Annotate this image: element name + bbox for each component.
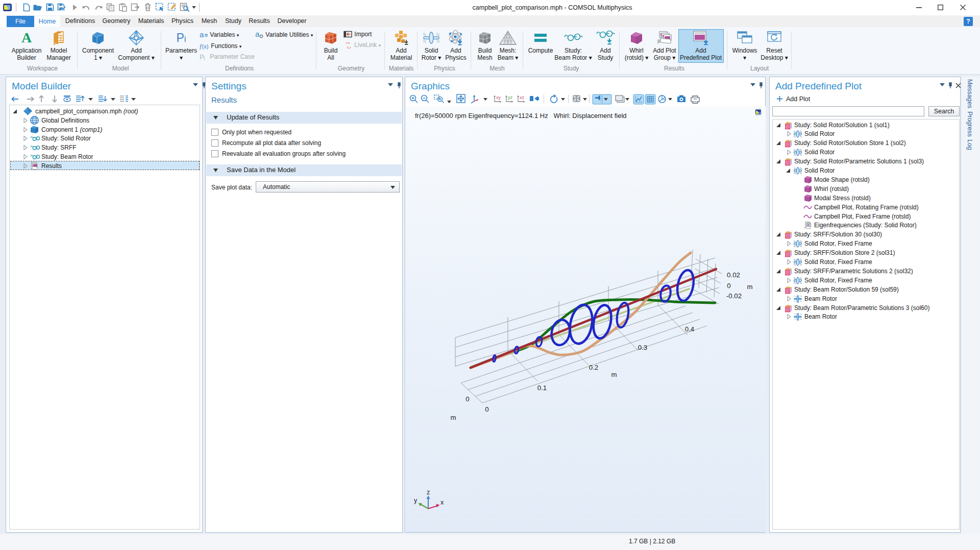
svg-text:a: a bbox=[255, 31, 260, 38]
svg-text:yz: yz bbox=[508, 95, 513, 100]
svg-text:-0.02: -0.02 bbox=[726, 292, 742, 300]
svg-text:0.02: 0.02 bbox=[727, 271, 740, 279]
svg-text:0: 0 bbox=[465, 395, 469, 403]
svg-text:0.3: 0.3 bbox=[638, 344, 648, 351]
svg-text:(x): (x) bbox=[202, 43, 209, 50]
svg-text:m: m bbox=[611, 371, 617, 378]
svg-text:0.2: 0.2 bbox=[589, 364, 599, 371]
svg-text:y: y bbox=[414, 497, 418, 504]
svg-text:a: a bbox=[200, 32, 204, 38]
svg-text:m: m bbox=[450, 414, 456, 421]
svg-text:0: 0 bbox=[485, 405, 488, 413]
svg-text:0.4: 0.4 bbox=[685, 325, 695, 333]
svg-text:0.1: 0.1 bbox=[537, 384, 547, 392]
svg-text:xy: xy bbox=[496, 95, 501, 100]
svg-text:i: i bbox=[204, 56, 205, 60]
svg-text:x: x bbox=[440, 499, 444, 506]
svg-text:xz: xz bbox=[520, 95, 525, 100]
svg-text:z: z bbox=[427, 489, 430, 496]
svg-text:m: m bbox=[747, 283, 752, 291]
svg-text:0: 0 bbox=[727, 282, 730, 290]
